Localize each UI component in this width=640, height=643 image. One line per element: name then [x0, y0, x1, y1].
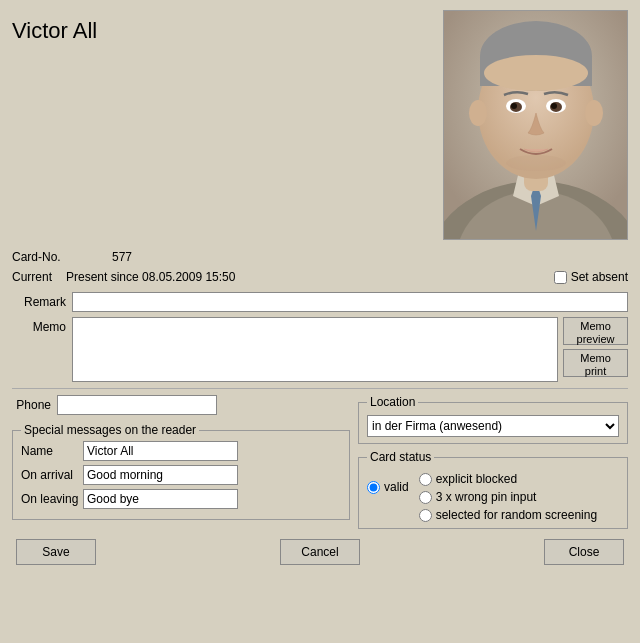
person-name: Victor All: [12, 18, 97, 44]
card-no-row: Card-No. 577: [12, 250, 628, 264]
name-block: Victor All: [12, 10, 97, 44]
remark-label: Remark: [12, 295, 72, 309]
location-select[interactable]: in der Firma (anwesend) Abwesend Im Urla…: [367, 415, 619, 437]
explicit-blocked-radio[interactable]: [419, 473, 432, 486]
sm-arrival-row: On arrival: [21, 465, 341, 485]
svg-point-17: [469, 100, 487, 126]
sm-leaving-input[interactable]: [83, 489, 238, 509]
status-random-screening-row: selected for random screening: [419, 508, 597, 522]
remark-row: Remark: [12, 292, 628, 312]
close-button[interactable]: Close: [544, 539, 624, 565]
sm-leaving-row: On leaving: [21, 489, 341, 509]
random-screening-radio[interactable]: [419, 509, 432, 522]
valid-label: valid: [384, 480, 409, 494]
sm-arrival-input[interactable]: [83, 465, 238, 485]
set-absent-checkbox[interactable]: [554, 271, 567, 284]
memo-label: Memo: [12, 320, 72, 334]
svg-point-18: [585, 100, 603, 126]
explicit-blocked-label: explicit blocked: [436, 472, 517, 486]
phone-input[interactable]: [57, 395, 217, 415]
phone-row: Phone: [12, 395, 350, 415]
remark-input[interactable]: [72, 292, 628, 312]
sm-arrival-label: On arrival: [21, 468, 83, 482]
sm-name-label: Name: [21, 444, 83, 458]
status-wrong-pin-row: 3 x wrong pin input: [419, 490, 597, 504]
status-options-col: explicit blocked 3 x wrong pin input sel…: [419, 472, 597, 522]
cancel-button[interactable]: Cancel: [280, 539, 360, 565]
wrong-pin-label: 3 x wrong pin input: [436, 490, 537, 504]
card-no-value: 577: [112, 250, 132, 264]
sm-leaving-label: On leaving: [21, 492, 83, 506]
memo-preview-button[interactable]: Memopreview: [563, 317, 628, 345]
card-status-legend: Card status: [367, 450, 434, 464]
svg-point-19: [506, 155, 566, 171]
svg-point-15: [511, 103, 517, 109]
svg-point-16: [551, 103, 557, 109]
memo-buttons: Memopreview Memoprint: [563, 317, 628, 381]
random-screening-label: selected for random screening: [436, 508, 597, 522]
valid-col: valid: [367, 480, 409, 494]
svg-point-10: [484, 55, 588, 91]
special-messages-group: Special messages on the reader Name On a…: [12, 423, 350, 520]
memo-textarea[interactable]: [72, 317, 558, 382]
person-photo: [444, 11, 628, 240]
bottom-buttons: Save Cancel Close: [12, 539, 628, 565]
card-status-group: Card status valid explicit blocked 3: [358, 450, 628, 529]
memo-print-button[interactable]: Memoprint: [563, 349, 628, 377]
wrong-pin-radio[interactable]: [419, 491, 432, 504]
save-button[interactable]: Save: [16, 539, 96, 565]
sm-name-input[interactable]: [83, 441, 238, 461]
divider: [12, 388, 628, 389]
special-messages-title: Special messages on the reader: [21, 423, 199, 437]
valid-radio[interactable]: [367, 481, 380, 494]
photo-box: [443, 10, 628, 240]
status-options: valid explicit blocked 3 x wrong pin inp…: [367, 472, 619, 522]
phone-label: Phone: [12, 398, 57, 412]
location-group: Location in der Firma (anwesend) Abwesen…: [358, 395, 628, 444]
card-no-label: Card-No.: [12, 250, 92, 264]
sm-name-row: Name: [21, 441, 341, 461]
current-label: Current: [12, 270, 62, 284]
right-bottom: Location in der Firma (anwesend) Abwesen…: [358, 395, 628, 529]
left-bottom: Phone Special messages on the reader Nam…: [12, 395, 350, 529]
set-absent-area[interactable]: Set absent: [554, 270, 628, 284]
location-legend: Location: [367, 395, 418, 409]
bottom-section: Phone Special messages on the reader Nam…: [12, 395, 628, 529]
header-section: Victor All: [12, 10, 628, 240]
main-container: Victor All: [0, 0, 640, 643]
current-value: Present since 08.05.2009 15:50: [66, 270, 554, 284]
status-blocked-row: explicit blocked: [419, 472, 597, 486]
current-row: Current Present since 08.05.2009 15:50 S…: [12, 270, 628, 284]
set-absent-label: Set absent: [571, 270, 628, 284]
memo-row: Memo Memopreview Memoprint: [12, 317, 628, 382]
